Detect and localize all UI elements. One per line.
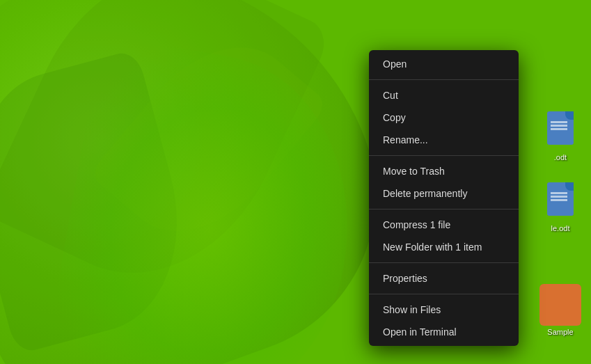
menu-separator-1 <box>369 79 519 80</box>
file-icon-graphic-2 <box>544 182 577 221</box>
menu-separator-5 <box>369 294 519 294</box>
menu-item-properties[interactable]: Properties <box>369 267 519 290</box>
desktop-file-icon-2[interactable]: le.odt <box>544 182 577 232</box>
desktop-file-icon-1[interactable]: .odt <box>544 111 577 161</box>
menu-item-cut[interactable]: Cut <box>369 84 519 106</box>
menu-item-delete-permanently[interactable]: Delete permanently <box>369 182 519 205</box>
menu-group-5: Properties <box>369 266 519 291</box>
bg-leaf-2 <box>0 49 205 355</box>
menu-group-6: Show in Files Open in Terminal <box>369 297 519 346</box>
menu-item-open[interactable]: Open <box>369 52 519 75</box>
menu-item-open-in-terminal[interactable]: Open in Terminal <box>369 321 519 345</box>
file-icon-graphic-1 <box>544 111 577 150</box>
menu-group-3: Move to Trash Delete permanently <box>369 159 519 206</box>
sample-icon-wrap[interactable]: Sample <box>539 284 581 336</box>
menu-separator-2 <box>369 155 519 156</box>
menu-item-move-to-trash[interactable]: Move to Trash <box>369 160 519 182</box>
desktop-icon-area: .odt le.odt <box>544 111 577 232</box>
menu-separator-3 <box>369 209 519 209</box>
context-menu: Open Cut Copy Rename... Move to Trash De… <box>369 50 519 346</box>
menu-item-new-folder[interactable]: New Folder with 1 item <box>369 236 519 258</box>
menu-group-4: Compress 1 file New Folder with 1 item <box>369 212 519 260</box>
sample-icon-box <box>539 284 581 326</box>
sample-icon-label: Sample <box>539 328 581 336</box>
menu-separator-4 <box>369 262 519 263</box>
menu-item-rename[interactable]: Rename... <box>369 129 519 151</box>
menu-group-2: Cut Copy Rename... <box>369 83 519 152</box>
menu-item-copy[interactable]: Copy <box>369 106 519 129</box>
menu-group-1: Open <box>369 50 519 77</box>
desktop: .odt le.odt Sample Open Cut Copy Rename.… <box>0 0 591 364</box>
file-icon-label-1: .odt <box>554 153 567 161</box>
menu-item-compress[interactable]: Compress 1 file <box>369 214 519 236</box>
menu-item-show-in-files[interactable]: Show in Files <box>369 299 519 321</box>
file-icon-label-2: le.odt <box>551 224 570 232</box>
